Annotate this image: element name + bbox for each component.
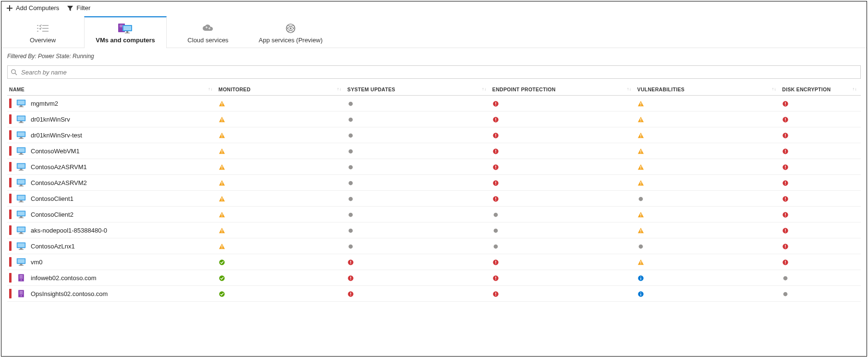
resources-table: NAME↑↓ MONITORED↑↓ SYSTEM UPDATES↑↓ ENDP… [7, 83, 861, 302]
error-status-icon [782, 211, 789, 218]
vm-icon [16, 131, 26, 139]
error-status-icon [782, 116, 789, 123]
warning-status-icon [219, 116, 225, 123]
error-status-icon [782, 243, 789, 250]
warning-status-icon [219, 100, 225, 107]
resource-name: ContosoClient1 [31, 195, 73, 202]
warning-status-icon [637, 132, 644, 139]
healthy-status-icon [219, 275, 225, 282]
table-row[interactable]: OpsInsights02.contoso.com [7, 286, 861, 302]
warning-status-icon [219, 148, 225, 155]
sort-icon: ↑↓ [772, 86, 777, 91]
severity-indicator [9, 194, 12, 203]
col-disk-encryption[interactable]: DISK ENCRYPTION↑↓ [780, 83, 861, 96]
search-input[interactable] [20, 68, 857, 76]
filter-icon [67, 5, 73, 12]
error-status-icon [782, 227, 789, 234]
table-row[interactable]: ContosoAzLnx1 [7, 238, 861, 254]
error-status-icon [492, 148, 499, 155]
resource-name: ContosoAzLnx1 [31, 243, 75, 250]
table-row[interactable]: aks-nodepool1-85388480-0 [7, 222, 861, 238]
vm-icon [16, 178, 26, 187]
vm-icon [16, 147, 26, 155]
plus-icon [6, 5, 13, 12]
warning-status-icon [219, 132, 225, 139]
severity-indicator [9, 130, 12, 140]
resource-name: dr01knWinSrv-test [31, 132, 82, 139]
error-status-icon [492, 100, 499, 107]
error-status-icon [782, 100, 789, 107]
filter-button[interactable]: Filter [67, 4, 90, 12]
filter-label: Filter [76, 4, 90, 12]
warning-status-icon [219, 196, 225, 202]
col-name[interactable]: NAME↑↓ [7, 83, 217, 96]
add-computers-label: Add Computers [16, 4, 59, 12]
unknown-status-icon [492, 243, 499, 250]
table-row[interactable]: dr01knWinSrv-test [7, 127, 861, 143]
overview-icon [36, 24, 49, 33]
resource-name: ContosoAzASRVM2 [31, 179, 87, 186]
col-monitored[interactable]: MONITORED↑↓ [217, 83, 345, 96]
sort-icon: ↑↓ [208, 86, 213, 91]
search-box[interactable] [7, 65, 861, 79]
error-status-icon [782, 180, 789, 186]
sort-icon: ↑↓ [627, 86, 632, 91]
warning-status-icon [637, 211, 644, 218]
tab-app-services[interactable]: App services (Preview) [249, 16, 332, 48]
unknown-status-icon [347, 180, 354, 186]
warning-status-icon [219, 180, 225, 186]
table-row[interactable]: vm0 [7, 254, 861, 270]
unknown-status-icon [782, 275, 789, 282]
warning-status-icon [637, 180, 644, 186]
error-status-icon [492, 116, 499, 123]
table-row[interactable]: ContosoClient1 [7, 191, 861, 207]
unknown-status-icon [347, 243, 354, 250]
severity-indicator [9, 162, 12, 172]
vm-icon [16, 210, 26, 219]
error-status-icon [782, 132, 789, 139]
resource-name: dr01knWinSrv [31, 116, 70, 123]
error-status-icon [492, 180, 499, 186]
severity-indicator [9, 225, 12, 235]
unknown-status-icon [492, 227, 499, 234]
error-status-icon [492, 275, 499, 282]
error-status-icon [347, 275, 354, 282]
resource-name: infoweb02.contoso.com [31, 274, 97, 282]
tab-overview[interactable]: Overview [1, 16, 84, 48]
resource-name: ContosoWebVM1 [31, 148, 80, 155]
app-services-icon [285, 23, 296, 34]
severity-indicator [9, 114, 12, 124]
resource-name: ContosoClient2 [31, 211, 73, 218]
cloud-services-icon [201, 24, 215, 33]
error-status-icon [782, 196, 789, 202]
warning-status-icon [637, 100, 644, 107]
col-endpoint-protection[interactable]: ENDPOINT PROTECTION↑↓ [490, 83, 636, 96]
tab-cloud-services[interactable]: Cloud services [167, 16, 249, 48]
vm-icon [16, 115, 26, 123]
col-system-updates[interactable]: SYSTEM UPDATES↑↓ [345, 83, 490, 96]
command-bar: Add Computers Filter [1, 1, 867, 14]
tab-cloud-services-label: Cloud services [167, 37, 249, 44]
vm-icon [16, 194, 26, 203]
col-vulnerabilities[interactable]: VULNERABILITIES↑↓ [636, 83, 781, 96]
resource-name: OpsInsights02.contoso.com [31, 290, 108, 297]
resource-name: ContosoAzASRVM1 [31, 163, 87, 171]
warning-status-icon [219, 227, 225, 234]
severity-indicator [9, 289, 12, 298]
tab-strip: Overview VMs and computers Cloud service… [1, 16, 867, 48]
info-status-icon [637, 291, 644, 297]
table-row[interactable]: ContosoAzASRVM2 [7, 175, 861, 191]
add-computers-button[interactable]: Add Computers [6, 4, 59, 12]
unknown-status-icon [347, 148, 354, 155]
table-row[interactable]: dr01knWinSrv [7, 111, 861, 127]
table-row[interactable]: ContosoWebVM1 [7, 143, 861, 159]
table-row[interactable]: ContosoClient2 [7, 207, 861, 222]
table-row[interactable]: ContosoAzASRVM1 [7, 159, 861, 175]
unknown-status-icon [782, 291, 789, 297]
healthy-status-icon [219, 259, 225, 266]
table-row[interactable]: infoweb02.contoso.com [7, 270, 861, 286]
resource-name: mgmtvm2 [31, 100, 58, 107]
tab-vms-computers[interactable]: VMs and computers [84, 16, 167, 48]
table-row[interactable]: mgmtvm2 [7, 96, 861, 111]
severity-indicator [9, 257, 12, 267]
